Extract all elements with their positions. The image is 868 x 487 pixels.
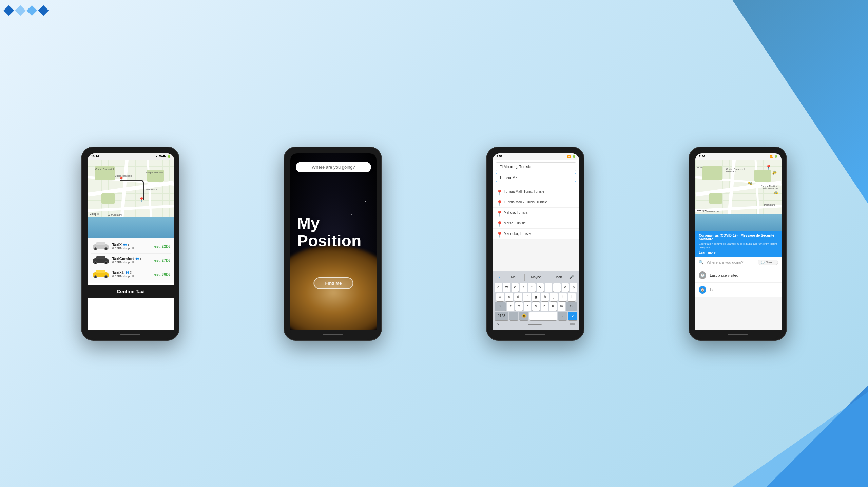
phone1-map[interactable]: Centro Comercial Parque Maritimo Cesar M… [88, 160, 174, 238]
key-o[interactable]: o [562, 283, 569, 292]
key-space[interactable] [529, 312, 557, 320]
suggestion-item-3[interactable]: 📍 Mahdia, Tunisia [493, 208, 579, 218]
taxi-name-1: TaxiX [112, 243, 122, 247]
key-period[interactable]: . [558, 312, 567, 320]
key-x[interactable]: x [515, 302, 523, 311]
recent-item-2[interactable]: 🏠 Home [695, 283, 782, 297]
covid-text: Exercitation commodo ullamco nulla et nu… [699, 242, 778, 249]
phone3-home-bar[interactable] [525, 334, 545, 335]
key-w[interactable]: w [503, 283, 510, 292]
key-n[interactable]: n [549, 302, 557, 311]
keyboard: › Ma Maybe Man 🎤 q w e r t y u [493, 271, 579, 330]
map4-taxi-3: 🚕 [773, 190, 778, 194]
phone1-wifi: WiFi [159, 155, 166, 158]
phone2-home-bar[interactable] [323, 334, 343, 335]
kb-prev-icon[interactable]: › [496, 275, 503, 280]
suggestion-item-1[interactable]: 📍 Tunisia Mall, Tunis, Tunisie [493, 187, 579, 197]
phone1-home-bar[interactable] [120, 334, 140, 335]
key-numbers[interactable]: ?123 [495, 312, 508, 320]
key-d[interactable]: d [514, 293, 522, 301]
suggestion-item-4[interactable]: 📍 Marsa, Tunisie [493, 218, 579, 229]
key-emoji[interactable]: 😊 [519, 312, 528, 320]
taxi-dropoff-3: 8:03PM drop off [112, 275, 152, 278]
phone3-status-icons: 📶 🔋 [567, 155, 576, 158]
key-g[interactable]: g [532, 293, 540, 301]
covid-learn-more-link[interactable]: Learn more [699, 251, 778, 254]
key-m[interactable]: m [558, 302, 565, 311]
headline-line2: Position [297, 232, 361, 250]
key-k[interactable]: k [559, 293, 566, 301]
key-l[interactable]: l [568, 293, 576, 301]
suggestion-text-2: Tunisia Mall 2, Tunis, Tunisie [504, 200, 547, 204]
taxi-item-2[interactable]: TaxiComfort 👥3 8:03PM drop off est. 27Dt [91, 254, 171, 267]
phone3-battery: 🔋 [572, 155, 576, 158]
diamond-1 [3, 5, 14, 16]
taxi-item-1[interactable]: TaxiX 👥3 8:03PM drop off est. 22Dt [91, 240, 171, 254]
phone1-battery: 🔋 [167, 155, 171, 158]
key-u[interactable]: u [545, 283, 552, 292]
key-p[interactable]: p [570, 283, 577, 292]
phone4-status-icons: 📶 🔋 [770, 155, 778, 158]
phone1-status-bar: 10:14 ▲ WiFi 🔋 [88, 153, 174, 160]
kb-suggestion-2[interactable]: Maybe [525, 275, 546, 280]
kb-mic-icon[interactable]: 🎤 [569, 275, 576, 279]
key-f[interactable]: f [523, 293, 531, 301]
phone3-chin [493, 330, 578, 340]
map-label-2: Parque Maritimo [146, 171, 163, 174]
confirm-taxi-button[interactable]: Confirm Taxi [88, 285, 174, 298]
key-i[interactable]: i [553, 283, 561, 292]
phone4-screen: 7:34 📶 🔋 [695, 153, 782, 330]
kb-suggestion-1[interactable]: Ma [503, 275, 524, 280]
map4-label-2: Centro ComercialMeridiano [726, 168, 744, 173]
phone3-screen: 9:51 📶 🔋 El Mourouj, Tunisie Tunisia Ma … [493, 153, 579, 330]
phone2-search-bar[interactable]: Where are you going? [296, 162, 371, 172]
taxi-name-2: TaxiComfort [112, 257, 134, 261]
key-q[interactable]: q [495, 283, 502, 292]
suggestion-item-2[interactable]: 📍 Tunisia Mall 2, Tunis, Tunisie [493, 197, 579, 208]
key-a[interactable]: a [496, 293, 504, 301]
from-input[interactable]: El Mourouj, Tunisie [496, 162, 576, 171]
phone1-time: 10:14 [91, 155, 99, 158]
where-going-text: Where are you going? [707, 260, 755, 264]
phone3-status-bar: 9:51 📶 🔋 [493, 153, 579, 160]
key-e[interactable]: e [512, 283, 519, 292]
key-v[interactable]: v [532, 302, 540, 311]
suggestion-text-3: Mahdia, Tunisia [504, 211, 527, 214]
map4-label-3: Parque MaritimoCesar Manrique [761, 185, 778, 190]
phone1-status-icons: ▲ WiFi 🔋 [155, 155, 171, 158]
key-z[interactable]: z [507, 302, 514, 311]
suggestion-pin-1: 📍 [496, 189, 501, 194]
phone2-frame: 10:18 ▲ WiFi 🔋 [284, 147, 382, 341]
phone4-home-bar[interactable] [728, 334, 748, 335]
key-r[interactable]: r [520, 283, 527, 292]
phone1-frame: 10:14 ▲ WiFi 🔋 [81, 147, 179, 341]
find-me-button[interactable]: Find Me [313, 277, 353, 289]
key-b[interactable]: b [541, 302, 548, 311]
keyboard-layout-icon: ⌨ [570, 322, 575, 326]
key-c[interactable]: c [524, 302, 531, 311]
key-y[interactable]: y [537, 283, 544, 292]
key-s[interactable]: s [505, 293, 513, 301]
to-input[interactable]: Tunisia Ma [496, 173, 576, 182]
suggestion-item-5[interactable]: 📍 Manouba, Tunisie [493, 229, 579, 239]
key-enter[interactable]: ✓ [568, 312, 577, 320]
where-going-bar[interactable]: 🔍 Where are you going? 🕐 Now ▼ [695, 257, 782, 268]
phone4-signal: 📶 [770, 155, 773, 158]
phone4-map[interactable]: NINO Centro ComercialMeridiano Parque Ma… [695, 160, 782, 231]
kb-suggestion-3[interactable]: Man [548, 275, 569, 280]
key-h[interactable]: h [541, 293, 549, 301]
taxi-price-3: est. 36Dt [154, 272, 170, 276]
recent-item-1[interactable]: 🕐 Last place visited [695, 268, 782, 283]
google-logo-1: Google [90, 212, 99, 216]
key-j[interactable]: j [550, 293, 558, 301]
taxi-info-1: TaxiX 👥3 8:03PM drop off [112, 243, 152, 250]
now-badge[interactable]: 🕐 Now ▼ [758, 260, 778, 265]
key-shift[interactable]: ⇧ [495, 302, 506, 311]
key-backspace[interactable]: ⌫ [566, 302, 577, 311]
taxi-item-3[interactable]: TaxiXL 👥3 8:03PM drop off est. 36Dt [91, 267, 171, 281]
phone1-notch [120, 147, 140, 150]
phone4-status-bar: 7:34 📶 🔋 [695, 153, 782, 160]
chevron-down-icon: ▼ [773, 261, 775, 263]
key-comma[interactable]: , [509, 312, 519, 320]
key-t[interactable]: t [528, 283, 536, 292]
